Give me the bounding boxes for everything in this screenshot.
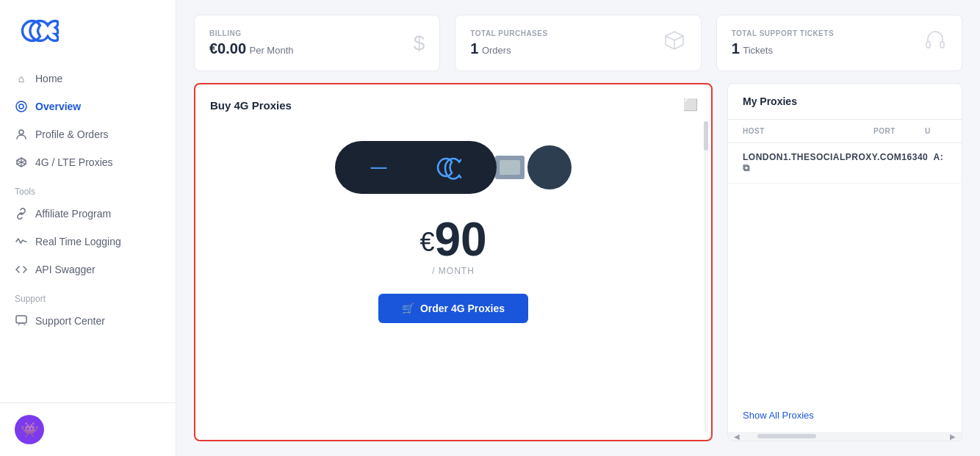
proxy-u-value: a:: [934, 152, 944, 162]
price-value: 90: [434, 213, 486, 266]
usb-cap: [527, 145, 572, 189]
headphone-icon: [923, 29, 947, 57]
price-period: / MONTH: [432, 266, 475, 276]
sidebar-item-affiliate[interactable]: Affiliate Program: [0, 200, 176, 228]
svg-rect-5: [940, 42, 944, 48]
sidebar-navigation: ⌂ Home Overview Profile & Orders 4G / LT…: [0, 59, 176, 402]
horizontal-scrollbar[interactable]: ◀ ▶: [728, 432, 962, 441]
cube-icon: [15, 156, 28, 169]
usb-connector-inner: [500, 160, 520, 175]
sidebar-item-affiliate-label: Affiliate Program: [35, 208, 111, 220]
sidebar-item-lte-label: 4G / LTE Proxies: [35, 156, 113, 168]
panel-scrollbar-thumb: [704, 121, 708, 151]
table-row: london1.thesocialproxy.com ⧉ 16340 a:: [728, 143, 962, 184]
sidebar-item-support-label: Support Center: [35, 315, 105, 327]
cart-icon: 🛒: [402, 303, 414, 314]
expand-icon[interactable]: ⬜: [683, 98, 698, 112]
billing-label: BILLING: [209, 29, 294, 37]
sidebar-item-home-label: Home: [35, 73, 62, 84]
billing-value: €0.00: [209, 40, 246, 57]
usb-connector: [495, 156, 525, 179]
purchases-value: 1: [470, 40, 478, 57]
logo-area: [0, 0, 176, 59]
code-icon: [15, 263, 28, 276]
sidebar-item-profile-label: Profile & Orders: [35, 129, 109, 140]
chat-icon: [15, 314, 28, 327]
overview-icon: [15, 100, 28, 113]
usb-illustration: —: [210, 141, 696, 194]
show-all-proxies-link[interactable]: Show All Proxies: [743, 410, 814, 421]
col-u-label: U: [925, 127, 947, 135]
brand-logo: [15, 15, 59, 47]
link-icon: [15, 207, 28, 220]
purchases-label: TOTAL PURCHASES: [470, 29, 547, 37]
panel-scrollbar[interactable]: [704, 121, 708, 433]
sidebar: ⌂ Home Overview Profile & Orders 4G / LT…: [0, 0, 176, 456]
proxy-port-cell: 16340: [901, 152, 933, 162]
home-icon: ⌂: [15, 72, 28, 85]
svg-point-0: [16, 101, 26, 112]
copy-icon[interactable]: ⧉: [743, 162, 750, 173]
order-btn-label: Order 4G Proxies: [420, 303, 505, 314]
sidebar-item-lte-proxies[interactable]: 4G / LTE Proxies: [0, 148, 176, 176]
usb-device: —: [335, 141, 572, 194]
svg-point-2: [19, 130, 24, 134]
usb-logo: [429, 151, 461, 184]
activity-icon: [15, 235, 28, 248]
buy-panel: Buy 4G Proxies ⬜ —: [194, 83, 713, 441]
scroll-left-arrow[interactable]: ◀: [731, 433, 743, 441]
proxy-host-value: london1.thesocialproxy.com: [743, 152, 901, 162]
buy-panel-title: Buy 4G Proxies: [210, 99, 292, 112]
svg-point-1: [19, 104, 24, 109]
scroll-right-arrow[interactable]: ▶: [947, 433, 959, 441]
tickets-stat-card: TOTAL SUPPORT TICKETS 1 Tickets: [716, 15, 962, 71]
stats-row: BILLING €0.00 Per Month $ TOTAL PURCHASE…: [176, 0, 980, 83]
col-port-label: PORT: [873, 127, 925, 135]
svg-rect-3: [16, 316, 26, 323]
usb-minus: —: [371, 158, 387, 177]
sidebar-item-realtime[interactable]: Real Time Logging: [0, 228, 176, 256]
purchases-stat-card: TOTAL PURCHASES 1 Orders: [455, 15, 701, 71]
proxies-panel: My Proxies HOST PORT U london1.thesocial…: [727, 83, 962, 441]
profile-icon: [15, 128, 28, 141]
avatar[interactable]: 👾: [15, 415, 44, 444]
price-area: €90 / MONTH: [210, 216, 696, 276]
sidebar-item-home[interactable]: ⌂ Home: [0, 65, 176, 93]
sidebar-item-support-center[interactable]: Support Center: [0, 307, 176, 335]
proxies-footer: Show All Proxies: [728, 398, 962, 432]
proxy-u-cell: a:: [934, 152, 947, 162]
billing-sub: Per Month: [250, 45, 294, 56]
main-content: BILLING €0.00 Per Month $ TOTAL PURCHASE…: [176, 0, 980, 456]
dollar-icon: $: [414, 32, 425, 55]
price-currency: €: [419, 227, 434, 257]
usb-body: —: [335, 141, 497, 194]
col-host-label: HOST: [743, 127, 873, 135]
sidebar-item-overview-label: Overview: [35, 101, 81, 112]
proxy-host-cell: london1.thesocialproxy.com ⧉: [743, 152, 901, 174]
svg-rect-4: [926, 42, 930, 48]
tools-section-label: Tools: [0, 176, 176, 200]
order-button[interactable]: 🛒 Order 4G Proxies: [378, 294, 528, 323]
tickets-sub: Tickets: [743, 45, 773, 56]
proxy-port-value: 16340: [901, 152, 928, 162]
tickets-value: 1: [732, 40, 740, 57]
sidebar-bottom: 👾: [0, 402, 176, 456]
scrollbar-thumb[interactable]: [757, 434, 816, 438]
proxies-table-header: HOST PORT U: [728, 120, 962, 143]
content-area: Buy 4G Proxies ⬜ —: [176, 83, 980, 456]
sidebar-item-overview[interactable]: Overview: [0, 93, 176, 120]
billing-stat-card: BILLING €0.00 Per Month $: [194, 15, 440, 71]
sidebar-item-api[interactable]: API Swagger: [0, 256, 176, 283]
sidebar-item-api-label: API Swagger: [35, 264, 96, 275]
sidebar-item-profile-orders[interactable]: Profile & Orders: [0, 120, 176, 148]
box-icon: [663, 29, 686, 57]
proxies-panel-title: My Proxies: [728, 84, 962, 120]
purchases-sub: Orders: [482, 45, 511, 56]
support-section-label: Support: [0, 283, 176, 307]
tickets-label: TOTAL SUPPORT TICKETS: [732, 29, 834, 37]
sidebar-item-realtime-label: Real Time Logging: [35, 236, 121, 247]
